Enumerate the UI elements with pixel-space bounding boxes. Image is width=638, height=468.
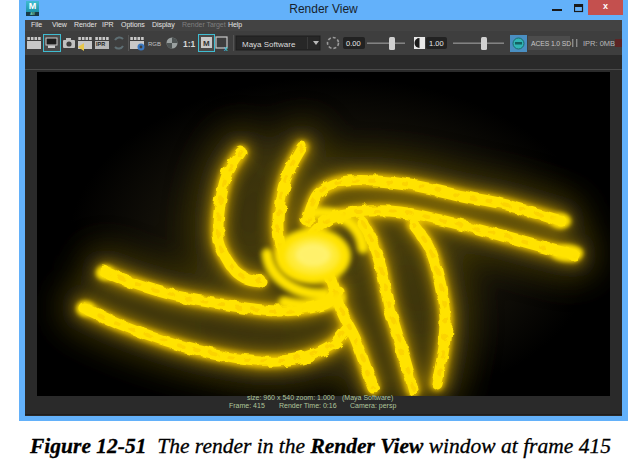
svg-text:ACES 1.0 SD: ACES 1.0 SD (531, 40, 571, 47)
svg-text:Maya Software: Maya Software (242, 40, 296, 49)
svg-text:IPR: IPR (96, 41, 105, 47)
svg-text:IPR: 0MB: IPR: 0MB (583, 39, 615, 48)
svg-text:1:1: 1:1 (183, 39, 196, 49)
svg-text:M: M (203, 39, 210, 48)
svg-text:1.00: 1.00 (429, 39, 444, 48)
svg-text:0.00: 0.00 (346, 39, 361, 48)
svg-text:RGB: RGB (148, 41, 161, 47)
svg-text:x: x (224, 45, 228, 52)
